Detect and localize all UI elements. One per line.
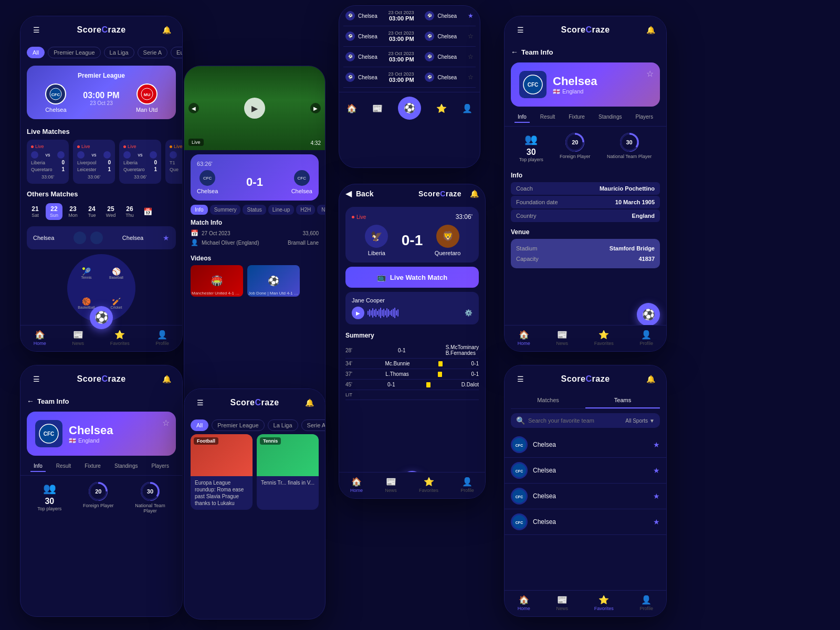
search-filter[interactable]: All Sports ▼	[625, 418, 655, 424]
sport-tennis[interactable]: 🎾 Tennis	[71, 265, 101, 281]
p3-nav-fav[interactable]: ⭐	[436, 103, 447, 113]
tab-info[interactable]: Info	[191, 205, 208, 215]
p5-nav-home[interactable]: 🏠 Home	[518, 330, 530, 346]
tab-status[interactable]: Status	[243, 205, 266, 215]
p3-nav-home[interactable]: 🏠	[346, 103, 357, 113]
cal-sat[interactable]: 21Sat	[27, 203, 44, 220]
video-thumb-1[interactable]: ⚽ Job Done | Man Utd 4-1 Chelsea	[247, 265, 300, 297]
filter-seriea[interactable]: Serie A	[138, 47, 167, 58]
p5-notification-icon[interactable]: 🔔	[643, 23, 658, 37]
score-row-2[interactable]: ⚽ Chelsea 23 Oct 2023 03:00 PM ⚽ Chelsea…	[343, 47, 476, 67]
fav-team-1[interactable]: CFC Chelsea ★	[505, 458, 666, 484]
fav-team-0[interactable]: CFC Chelsea ★	[505, 432, 666, 458]
p4-nav-fav[interactable]: ⭐ Favorites	[419, 477, 438, 493]
sports-center-btn[interactable]: ⚽	[90, 306, 113, 329]
info-tab-players[interactable]: Players	[633, 112, 656, 123]
phone4-notification[interactable]: 🔔	[470, 190, 479, 198]
info-tab-standings[interactable]: Standings	[595, 112, 625, 123]
p6-back-arrow[interactable]: ←	[27, 397, 34, 405]
live-match-3[interactable]: Live vs T10 Que1 Lib	[165, 140, 182, 184]
info6-tab-players[interactable]: Players	[149, 461, 172, 472]
live-watch-btn[interactable]: 📺 Live Watch Match	[345, 267, 479, 288]
info-tab-result[interactable]: Result	[537, 112, 558, 123]
tab-h2h[interactable]: H2H	[296, 205, 315, 215]
p8-notification-icon[interactable]: 🔔	[643, 372, 658, 386]
info-tab-fixture[interactable]: Fixture	[565, 112, 588, 123]
fav-tab-teams[interactable]: Teams	[585, 393, 660, 408]
score-row-0[interactable]: ⚽ Chelsea 23 Oct 2023 03:00 PM ⚽ Chelsea…	[343, 6, 476, 26]
back-button[interactable]: ◀	[345, 188, 352, 198]
fav-star-3[interactable]: ★	[653, 518, 660, 526]
cal-sun[interactable]: 22Sun	[46, 203, 62, 220]
video-thumb-0[interactable]: 🏟️ Manchester United 4-1 Chelsea	[191, 265, 243, 297]
p8-nav-home[interactable]: 🏠 Home	[518, 595, 530, 611]
menu-icon[interactable]: ☰	[29, 23, 44, 37]
p3-nav-news[interactable]: 📰	[372, 103, 383, 113]
p8-nav-news[interactable]: 📰 News	[556, 595, 569, 611]
team6-favorite-star[interactable]: ☆	[162, 418, 170, 428]
nav-favorites[interactable]: ⭐ Favorites	[110, 330, 130, 346]
score-row-2-star[interactable]: ☆	[468, 53, 474, 60]
sport-baseball[interactable]: ⚾ Baseball	[101, 265, 131, 281]
nav-profile[interactable]: 👤 Profile	[156, 330, 170, 346]
p5-nav-profile[interactable]: 👤 Profile	[640, 330, 654, 346]
nav-home[interactable]: 🏠 Home	[34, 330, 46, 346]
tab-lineup[interactable]: Line-up	[268, 205, 294, 215]
filter-all[interactable]: All	[27, 47, 45, 58]
p5-menu-icon[interactable]: ☰	[513, 23, 528, 37]
next-arrow[interactable]: ▶	[310, 103, 321, 113]
p3-ball[interactable]: ⚽	[398, 97, 421, 120]
audio-settings-icon[interactable]: ⚙️	[465, 309, 472, 317]
p5-nav-fav[interactable]: ⭐ Favorites	[594, 330, 614, 346]
news-card-football[interactable]: Football Europa League roundup: Roma eas…	[191, 434, 253, 510]
cal-tue[interactable]: 24Tue	[83, 203, 100, 220]
score-row-3-star[interactable]: ☆	[468, 74, 474, 81]
p8-menu-icon[interactable]: ☰	[513, 372, 528, 386]
p5-back-arrow[interactable]: ←	[511, 48, 518, 56]
nav-news[interactable]: 📰 News	[72, 330, 85, 346]
score-row-3[interactable]: ⚽ Chelsea 23 Oct 2023 03:00 PM ⚽ Chelsea…	[343, 67, 476, 88]
p5-float-ball[interactable]: ⚽	[637, 303, 660, 326]
filter-laliga[interactable]: La Liga	[104, 47, 134, 58]
audio-play-btn[interactable]: ▶	[352, 307, 364, 319]
calendar-icon[interactable]: 📅	[140, 204, 155, 219]
p8-nav-fav[interactable]: ⭐ Favorites	[594, 595, 614, 611]
fav-star-1[interactable]: ★	[653, 466, 660, 475]
tab-summery[interactable]: Summery	[210, 205, 241, 215]
cal-wed[interactable]: 25Wed	[102, 203, 119, 220]
p4-nav-home[interactable]: 🏠 Home	[350, 477, 363, 493]
live-match-2[interactable]: Live vs Liberia0 Queretaro1 33:06'	[119, 140, 161, 184]
notification-icon[interactable]: 🔔	[159, 23, 174, 37]
search-input[interactable]	[528, 417, 622, 424]
prev-arrow[interactable]: ◀	[188, 103, 199, 113]
score-row-1-star[interactable]: ☆	[468, 33, 474, 40]
live-match-1[interactable]: Live vs Liverpool0 Leicester1 33:06'	[73, 140, 115, 184]
p6-notification-icon[interactable]: 🔔	[159, 372, 174, 386]
cal-thu[interactable]: 26Thu	[121, 203, 138, 220]
p8-nav-profile[interactable]: 👤 Profile	[640, 595, 654, 611]
fav-star-0[interactable]: ★	[653, 440, 660, 449]
p3-nav-profile[interactable]: 👤	[462, 103, 472, 113]
favorite-star[interactable]: ★	[163, 234, 170, 242]
info6-tab-fixture[interactable]: Fixture	[81, 461, 104, 472]
p7-filter-all[interactable]: All	[191, 419, 208, 431]
p7-filter-laliga[interactable]: La Liga	[268, 419, 298, 431]
fav-tab-matches[interactable]: Matches	[511, 393, 585, 408]
p4-nav-profile[interactable]: 👤 Profile	[460, 477, 474, 493]
play-button[interactable]: ▶	[244, 98, 265, 119]
p4-nav-news[interactable]: 📰 News	[385, 477, 397, 493]
fav-star-2[interactable]: ★	[653, 492, 660, 500]
p7-menu-icon[interactable]: ☰	[193, 395, 207, 410]
p7-filter-seriea[interactable]: Serie A	[301, 419, 325, 431]
news-card-tennis[interactable]: Tennis Tennis Tr... finals in V...	[257, 434, 319, 510]
video-player[interactable]: ▶ Live 4:32 ◀ ▶	[184, 66, 325, 150]
p7-notification-icon[interactable]: 🔔	[302, 395, 317, 410]
filter-europa[interactable]: Europa L	[171, 47, 182, 58]
p5-nav-news[interactable]: 📰 News	[556, 330, 569, 346]
tab-new[interactable]: New	[317, 205, 325, 215]
info6-tab-result[interactable]: Result	[53, 461, 74, 472]
info-tab-info[interactable]: Info	[514, 112, 530, 123]
filter-premier[interactable]: Premier League	[48, 47, 100, 58]
others-match-row[interactable]: Chelsea Chelsea ★	[27, 226, 176, 249]
score-row-1[interactable]: ⚽ Chelsea 23 Oct 2023 03:00 PM ⚽ Chelsea…	[343, 26, 476, 47]
